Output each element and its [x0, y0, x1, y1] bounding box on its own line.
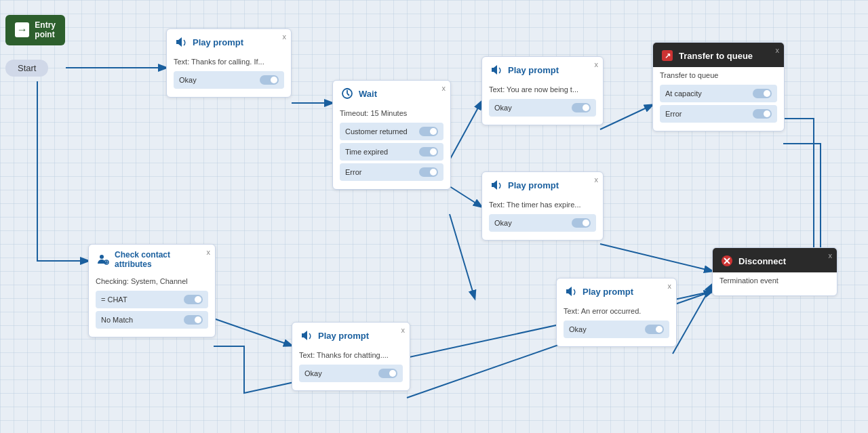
speaker-icon-5 [299, 328, 314, 343]
check-contact-title: Check contactattributes [115, 250, 170, 269]
play-prompt-2-close[interactable]: x [595, 60, 599, 68]
disconnect-header: Disconnect x [713, 248, 837, 272]
wait-output-1: Time expired [340, 143, 443, 161]
svg-text:↗: ↗ [665, 51, 671, 60]
play-prompt-5-header: Play prompt x [292, 323, 410, 347]
play-prompt-2-header: Play prompt x [482, 57, 603, 81]
play-prompt-5-body: Text: Thanks for chatting.... Okay [292, 347, 410, 390]
play-prompt-3-body: Text: The timer has expire... Okay [482, 197, 603, 240]
play-prompt-1-header: Play prompt x [167, 29, 291, 54]
entry-point-label2: point [35, 30, 56, 39]
wait-card: Wait x Timeout: 15 Minutes Customer retu… [332, 80, 451, 190]
disconnect-title: Disconnect [738, 256, 786, 266]
speaker-icon-3 [489, 178, 504, 192]
transfer-toggle-1[interactable] [753, 109, 772, 119]
entry-point-node[interactable]: → Entry point [5, 15, 65, 45]
transfer-icon: ↗ [660, 48, 675, 63]
play-prompt-1-text: Text: Thanks for calling. If... [174, 58, 284, 66]
play-prompt-1-title: Play prompt [193, 37, 243, 47]
check-toggle-1[interactable] [184, 315, 203, 325]
check-contact-output-0: = CHAT [96, 291, 208, 308]
disconnect-icon [719, 253, 734, 268]
play-prompt-3-title: Play prompt [508, 180, 559, 190]
transfer-output-0: At capacity [660, 85, 777, 102]
play-prompt-3-toggle[interactable] [572, 218, 591, 228]
check-contact-icon [96, 252, 111, 267]
play-prompt-1-okay: Okay [174, 71, 284, 89]
wait-timeout: Timeout: 15 Minutes [340, 109, 443, 117]
play-prompt-4-text: Text: An error occurred. [564, 307, 669, 315]
start-node: Start [5, 60, 48, 77]
wait-icon [340, 86, 355, 101]
transfer-to-queue-title: Transfer to queue [679, 51, 753, 61]
play-prompt-1-card: Play prompt x Text: Thanks for calling. … [166, 28, 292, 98]
wait-body: Timeout: 15 Minutes Customer returned Ti… [333, 105, 450, 189]
start-label: Start [18, 63, 36, 73]
speaker-icon-4 [564, 284, 578, 299]
wait-output-2: Error [340, 163, 443, 181]
play-prompt-4-okay: Okay [564, 321, 669, 338]
transfer-to-queue-header: ↗ Transfer to queue x [653, 43, 784, 67]
play-prompt-4-title: Play prompt [583, 287, 633, 297]
play-prompt-3-close[interactable]: x [595, 176, 599, 184]
transfer-to-queue-card: ↗ Transfer to queue x Transfer to queue … [652, 42, 785, 131]
play-prompt-2-text: Text: You are now being t... [489, 85, 596, 94]
speaker-icon-2 [489, 62, 504, 77]
play-prompt-5-toggle[interactable] [378, 369, 397, 378]
play-prompt-2-title: Play prompt [508, 65, 559, 75]
play-prompt-3-text: Text: The timer has expire... [489, 201, 596, 209]
play-prompt-1-close[interactable]: x [283, 33, 287, 41]
wait-output-0: Customer returned [340, 123, 443, 140]
play-prompt-2-okay: Okay [489, 99, 596, 117]
transfer-to-queue-subtitle: Transfer to queue [660, 71, 777, 79]
play-prompt-3-card: Play prompt x Text: The timer has expire… [481, 171, 604, 241]
wait-toggle-0[interactable] [419, 127, 438, 136]
check-contact-close[interactable]: x [207, 248, 211, 256]
transfer-toggle-0[interactable] [753, 89, 772, 98]
entry-icon: → [15, 22, 29, 37]
play-prompt-4-toggle[interactable] [645, 325, 664, 334]
play-prompt-2-toggle[interactable] [572, 103, 591, 112]
play-prompt-4-body: Text: An error occurred. Okay [557, 303, 676, 346]
check-contact-output-1: No Match [96, 311, 208, 329]
wait-title: Wait [359, 89, 377, 99]
play-prompt-2-body: Text: You are now being t... Okay [482, 81, 603, 125]
play-prompt-1-toggle[interactable] [260, 75, 279, 85]
play-prompt-5-card: Play prompt x Text: Thanks for chatting.… [292, 322, 410, 391]
wait-header: Wait x [333, 81, 450, 105]
play-prompt-5-close[interactable]: x [401, 326, 406, 334]
check-toggle-0[interactable] [184, 295, 203, 304]
speaker-icon-1 [174, 35, 189, 49]
play-prompt-4-card: Play prompt x Text: An error occurred. O… [556, 278, 677, 347]
check-contact-text: Checking: System, Channel [96, 277, 208, 285]
disconnect-subtitle: Termination event [719, 276, 830, 285]
play-prompt-3-okay: Okay [489, 214, 596, 232]
play-prompt-4-close[interactable]: x [668, 282, 672, 290]
canvas: → Entry point Start Play prompt x Text: … [0, 0, 868, 433]
disconnect-body: Termination event [713, 272, 837, 295]
play-prompt-5-okay: Okay [299, 365, 403, 382]
play-prompt-5-text: Text: Thanks for chatting.... [299, 351, 403, 359]
svg-point-8 [100, 255, 104, 259]
entry-point-label: Entry [35, 20, 56, 30]
svg-line-2 [347, 94, 349, 96]
transfer-output-1: Error [660, 105, 777, 123]
play-prompt-1-body: Text: Thanks for calling. If... Okay [167, 54, 291, 97]
disconnect-card: Disconnect x Termination event [712, 247, 837, 296]
play-prompt-5-title: Play prompt [318, 331, 369, 341]
wait-toggle-2[interactable] [419, 167, 438, 177]
wait-close[interactable]: x [442, 84, 446, 92]
play-prompt-2-card: Play prompt x Text: You are now being t.… [481, 56, 604, 125]
disconnect-close[interactable]: x [829, 251, 833, 260]
play-prompt-3-header: Play prompt x [482, 172, 603, 197]
wait-toggle-1[interactable] [419, 147, 438, 157]
transfer-to-queue-close[interactable]: x [776, 46, 780, 54]
play-prompt-4-header: Play prompt x [557, 279, 676, 303]
check-contact-header: Check contactattributes x [89, 245, 215, 273]
check-contact-card: Check contactattributes x Checking: Syst… [88, 244, 216, 337]
transfer-to-queue-body: Transfer to queue At capacity Error [653, 67, 784, 131]
check-contact-body: Checking: System, Channel = CHAT No Matc… [89, 273, 215, 337]
